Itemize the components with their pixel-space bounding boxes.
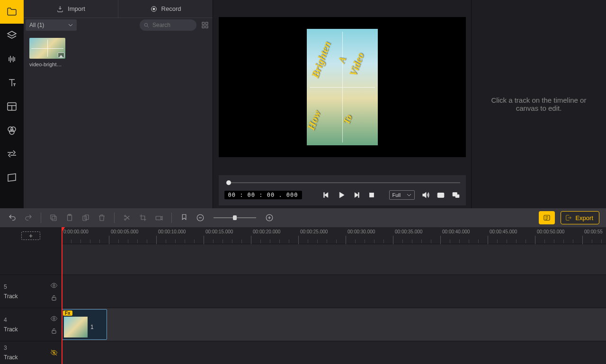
crop-button[interactable] xyxy=(137,212,149,223)
resolution-select[interactable]: Full xyxy=(389,190,415,200)
zoom-out-button[interactable] xyxy=(195,212,206,223)
media-tab[interactable] xyxy=(0,0,24,24)
visibility-icon[interactable] xyxy=(50,315,58,322)
speed-button[interactable] xyxy=(153,212,165,223)
add-track-button[interactable]: + xyxy=(21,231,40,240)
inspector-panel: Click a track on the timeline or canvas … xyxy=(472,0,606,208)
transitions-icon xyxy=(6,148,18,160)
split-button[interactable] xyxy=(121,212,133,223)
zoom-slider[interactable] xyxy=(214,217,256,218)
chevron-down-icon xyxy=(68,23,73,27)
svg-rect-12 xyxy=(358,193,359,198)
track-number: 4 xyxy=(4,317,45,323)
track-row-4[interactable]: Fx 1 xyxy=(62,308,606,341)
track-label: Track xyxy=(4,293,45,300)
import-tab[interactable]: Import xyxy=(24,0,118,18)
media-filter-select[interactable]: All (1) xyxy=(26,19,77,31)
track-number: 3 xyxy=(4,345,45,351)
timecode: 00 : 00 : 00 . 000 xyxy=(224,191,302,199)
layers-tab[interactable] xyxy=(0,24,24,47)
layers-icon xyxy=(6,30,18,41)
track-number: 5 xyxy=(4,284,45,290)
svg-point-6 xyxy=(144,23,148,27)
search-input[interactable] xyxy=(152,22,190,28)
track-label: Track xyxy=(4,326,45,333)
fullscreen-button[interactable] xyxy=(452,191,460,199)
duplicate-button[interactable] xyxy=(80,212,91,223)
marker-button[interactable] xyxy=(178,212,190,223)
audio-tab[interactable] xyxy=(0,47,24,71)
track-header-4[interactable]: 4 Track xyxy=(0,308,62,341)
media-top-tabs: Import Record xyxy=(24,0,213,18)
stickers-tab[interactable] xyxy=(0,166,24,189)
search-icon xyxy=(143,22,150,28)
timeline-ruler[interactable]: 0:00:00.00000:00:05.00000:00:10.00000:00… xyxy=(62,227,606,244)
media-filter-value: All (1) xyxy=(29,22,44,28)
track-header-5[interactable]: 5 Track xyxy=(0,275,62,308)
visibility-off-icon[interactable] xyxy=(50,349,58,356)
visibility-icon[interactable] xyxy=(50,282,58,289)
svg-point-23 xyxy=(125,215,126,217)
lock-icon[interactable] xyxy=(50,327,58,335)
lock-icon[interactable] xyxy=(50,294,58,302)
zoom-thumb[interactable] xyxy=(233,215,237,220)
svg-rect-11 xyxy=(323,193,324,198)
overlay-text: How xyxy=(304,108,323,132)
overlay-text: A xyxy=(336,55,348,64)
scrub-head[interactable] xyxy=(226,180,231,185)
preview-controls: 00 : 00 : 00 . 000 Full xyxy=(219,175,466,205)
preview-panel: Brighten A Video How To 00 : 00 : 00 . 0… xyxy=(213,0,472,208)
text-tab[interactable] xyxy=(0,71,24,95)
paste-button[interactable] xyxy=(64,212,75,223)
copy-button[interactable] xyxy=(48,212,59,223)
prev-frame-button[interactable] xyxy=(322,191,330,199)
chevron-down-icon xyxy=(407,193,411,197)
playhead[interactable] xyxy=(62,227,62,364)
render-button[interactable] xyxy=(539,211,555,224)
stop-button[interactable] xyxy=(367,191,376,199)
svg-rect-9 xyxy=(202,26,205,28)
left-tool-strip xyxy=(0,0,24,208)
undo-button[interactable] xyxy=(7,212,18,223)
image-badge-icon xyxy=(58,53,64,58)
media-item[interactable]: video-bright… xyxy=(29,38,65,67)
play-button[interactable] xyxy=(337,191,346,199)
track-row-5[interactable] xyxy=(62,275,606,308)
next-frame-button[interactable] xyxy=(352,191,361,199)
volume-button[interactable] xyxy=(421,191,430,199)
zoom-in-button[interactable] xyxy=(264,212,275,223)
snapshot-button[interactable] xyxy=(437,191,445,199)
templates-tab[interactable] xyxy=(0,95,24,118)
track-body[interactable]: 0:00:00.00000:00:05.00000:00:10.00000:00… xyxy=(62,227,606,364)
overlay-text: To xyxy=(340,113,354,126)
media-search[interactable] xyxy=(140,19,196,31)
media-grid: video-bright… xyxy=(24,32,213,73)
transitions-tab[interactable] xyxy=(0,142,24,166)
svg-rect-25 xyxy=(156,216,161,220)
svg-rect-22 xyxy=(85,215,89,220)
clip[interactable]: Fx 1 xyxy=(62,309,107,340)
scrub-track xyxy=(229,182,460,183)
delete-button[interactable] xyxy=(96,212,107,223)
track-spacer xyxy=(62,244,606,275)
filters-tab[interactable] xyxy=(0,118,24,142)
grid-view-toggle[interactable] xyxy=(199,19,211,31)
track-header-3[interactable]: 3 Track xyxy=(0,341,62,364)
text-icon xyxy=(6,77,18,89)
sticker-icon xyxy=(6,172,18,183)
preview-canvas[interactable]: Brighten A Video How To xyxy=(219,17,466,157)
record-icon xyxy=(150,5,158,13)
svg-point-29 xyxy=(53,284,55,286)
svg-point-2 xyxy=(11,127,16,132)
svg-point-3 xyxy=(9,130,14,134)
record-tab[interactable]: Record xyxy=(118,0,213,18)
redo-button[interactable] xyxy=(23,212,34,223)
export-button[interactable]: Export xyxy=(561,211,599,224)
preview-scrub[interactable] xyxy=(224,180,460,186)
color-filters-icon xyxy=(6,124,18,136)
track-row-3[interactable] xyxy=(62,341,606,364)
media-item-name: video-bright… xyxy=(29,62,65,67)
svg-rect-32 xyxy=(52,330,56,333)
clip-thumbnail xyxy=(64,317,88,337)
svg-rect-7 xyxy=(202,22,205,25)
